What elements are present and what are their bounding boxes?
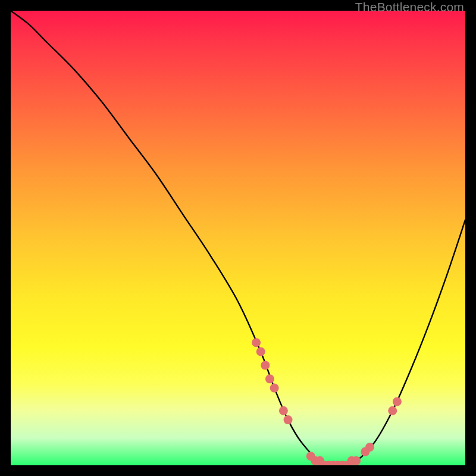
watermark-text: TheBottleneck.com bbox=[355, 0, 464, 14]
chart-svg bbox=[11, 11, 465, 465]
curve-layer bbox=[11, 11, 465, 465]
highlight-point bbox=[256, 347, 265, 356]
highlight-point bbox=[352, 456, 361, 465]
chart-frame bbox=[11, 11, 465, 465]
plot-area bbox=[11, 11, 465, 465]
highlight-point bbox=[365, 443, 374, 452]
highlight-point bbox=[261, 361, 270, 369]
highlight-point bbox=[284, 415, 293, 424]
highlight-point bbox=[270, 384, 279, 393]
highlight-point bbox=[393, 397, 402, 406]
highlight-point bbox=[279, 406, 288, 415]
bottleneck-curve bbox=[11, 11, 465, 465]
highlight-point bbox=[388, 406, 397, 415]
highlight-points bbox=[252, 338, 402, 465]
highlight-point bbox=[265, 374, 274, 383]
highlight-point bbox=[252, 338, 261, 347]
